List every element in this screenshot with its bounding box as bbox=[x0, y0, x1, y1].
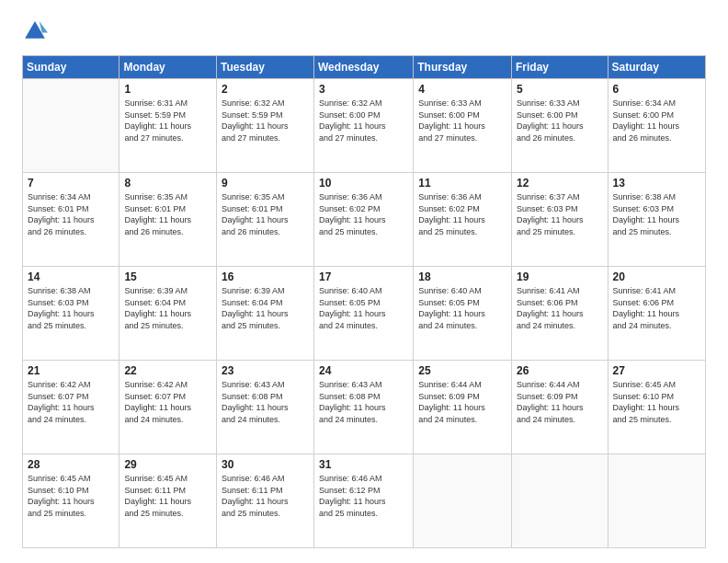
calendar-cell: 7Sunrise: 6:34 AM Sunset: 6:01 PM Daylig… bbox=[23, 173, 119, 267]
calendar-cell: 8Sunrise: 6:35 AM Sunset: 6:01 PM Daylig… bbox=[119, 173, 217, 267]
calendar-cell: 27Sunrise: 6:45 AM Sunset: 6:10 PM Dayli… bbox=[608, 361, 705, 454]
calendar-cell: 1Sunrise: 6:31 AM Sunset: 5:59 PM Daylig… bbox=[119, 79, 217, 173]
day-number: 16 bbox=[222, 270, 309, 283]
day-number: 19 bbox=[517, 270, 603, 283]
day-info: Sunrise: 6:40 AM Sunset: 6:05 PM Dayligh… bbox=[319, 285, 408, 331]
calendar-day-header: Wednesday bbox=[313, 56, 413, 79]
calendar-cell: 15Sunrise: 6:39 AM Sunset: 6:04 PM Dayli… bbox=[119, 267, 217, 361]
day-info: Sunrise: 6:37 AM Sunset: 6:03 PM Dayligh… bbox=[517, 191, 603, 237]
day-info: Sunrise: 6:38 AM Sunset: 6:03 PM Dayligh… bbox=[28, 285, 114, 331]
day-info: Sunrise: 6:38 AM Sunset: 6:03 PM Dayligh… bbox=[613, 191, 700, 237]
calendar-cell: 26Sunrise: 6:44 AM Sunset: 6:09 PM Dayli… bbox=[511, 361, 608, 454]
calendar-day-header: Tuesday bbox=[217, 56, 314, 79]
calendar-day-header: Thursday bbox=[414, 56, 512, 79]
calendar-cell: 4Sunrise: 6:33 AM Sunset: 6:00 PM Daylig… bbox=[414, 79, 512, 173]
day-number: 18 bbox=[418, 270, 506, 283]
calendar-week-row: 7Sunrise: 6:34 AM Sunset: 6:01 PM Daylig… bbox=[23, 173, 706, 267]
day-number: 23 bbox=[222, 364, 309, 377]
calendar-cell: 30Sunrise: 6:46 AM Sunset: 6:11 PM Dayli… bbox=[217, 454, 314, 548]
calendar-cell: 5Sunrise: 6:33 AM Sunset: 6:00 PM Daylig… bbox=[511, 79, 608, 173]
calendar-cell bbox=[23, 79, 119, 173]
day-number: 21 bbox=[28, 364, 114, 377]
day-number: 12 bbox=[517, 177, 603, 190]
day-info: Sunrise: 6:42 AM Sunset: 6:07 PM Dayligh… bbox=[28, 379, 114, 425]
day-info: Sunrise: 6:35 AM Sunset: 6:01 PM Dayligh… bbox=[124, 191, 211, 237]
calendar-cell: 12Sunrise: 6:37 AM Sunset: 6:03 PM Dayli… bbox=[511, 173, 608, 267]
calendar-cell: 17Sunrise: 6:40 AM Sunset: 6:05 PM Dayli… bbox=[313, 267, 413, 361]
calendar-cell: 22Sunrise: 6:42 AM Sunset: 6:07 PM Dayli… bbox=[119, 361, 217, 454]
calendar-cell: 13Sunrise: 6:38 AM Sunset: 6:03 PM Dayli… bbox=[608, 173, 705, 267]
day-number: 3 bbox=[319, 83, 408, 96]
day-info: Sunrise: 6:34 AM Sunset: 6:01 PM Dayligh… bbox=[28, 191, 114, 237]
day-number: 17 bbox=[319, 270, 408, 283]
day-number: 29 bbox=[124, 458, 211, 471]
day-number: 7 bbox=[28, 177, 114, 190]
day-info: Sunrise: 6:33 AM Sunset: 6:00 PM Dayligh… bbox=[517, 98, 603, 144]
day-info: Sunrise: 6:41 AM Sunset: 6:06 PM Dayligh… bbox=[517, 285, 603, 331]
calendar-day-header: Saturday bbox=[608, 56, 705, 79]
day-number: 20 bbox=[613, 270, 700, 283]
calendar-header-row: SundayMondayTuesdayWednesdayThursdayFrid… bbox=[23, 56, 706, 79]
calendar-cell: 14Sunrise: 6:38 AM Sunset: 6:03 PM Dayli… bbox=[23, 267, 119, 361]
day-number: 14 bbox=[28, 270, 114, 283]
day-number: 9 bbox=[222, 177, 309, 190]
day-info: Sunrise: 6:32 AM Sunset: 5:59 PM Dayligh… bbox=[222, 98, 309, 144]
calendar-cell: 31Sunrise: 6:46 AM Sunset: 6:12 PM Dayli… bbox=[313, 454, 413, 548]
day-info: Sunrise: 6:46 AM Sunset: 6:12 PM Dayligh… bbox=[319, 473, 408, 519]
day-number: 25 bbox=[418, 364, 506, 377]
day-number: 28 bbox=[28, 458, 114, 471]
calendar-table: SundayMondayTuesdayWednesdayThursdayFrid… bbox=[22, 55, 706, 548]
day-number: 10 bbox=[319, 177, 408, 190]
calendar-cell bbox=[511, 454, 608, 548]
day-info: Sunrise: 6:45 AM Sunset: 6:10 PM Dayligh… bbox=[28, 473, 114, 519]
calendar-day-header: Sunday bbox=[23, 56, 119, 79]
calendar-week-row: 1Sunrise: 6:31 AM Sunset: 5:59 PM Daylig… bbox=[23, 79, 706, 173]
calendar-cell: 11Sunrise: 6:36 AM Sunset: 6:02 PM Dayli… bbox=[414, 173, 512, 267]
calendar-cell: 10Sunrise: 6:36 AM Sunset: 6:02 PM Dayli… bbox=[313, 173, 413, 267]
calendar-cell: 2Sunrise: 6:32 AM Sunset: 5:59 PM Daylig… bbox=[217, 79, 314, 173]
day-info: Sunrise: 6:33 AM Sunset: 6:00 PM Dayligh… bbox=[418, 98, 506, 144]
calendar-cell bbox=[414, 454, 512, 548]
day-info: Sunrise: 6:40 AM Sunset: 6:05 PM Dayligh… bbox=[418, 285, 506, 331]
day-number: 5 bbox=[517, 83, 603, 96]
calendar-day-header: Monday bbox=[119, 56, 217, 79]
calendar-cell: 18Sunrise: 6:40 AM Sunset: 6:05 PM Dayli… bbox=[414, 267, 512, 361]
calendar-week-row: 21Sunrise: 6:42 AM Sunset: 6:07 PM Dayli… bbox=[23, 361, 706, 454]
day-info: Sunrise: 6:43 AM Sunset: 6:08 PM Dayligh… bbox=[319, 379, 408, 425]
day-info: Sunrise: 6:39 AM Sunset: 6:04 PM Dayligh… bbox=[124, 285, 211, 331]
calendar-cell: 21Sunrise: 6:42 AM Sunset: 6:07 PM Dayli… bbox=[23, 361, 119, 454]
calendar-cell: 19Sunrise: 6:41 AM Sunset: 6:06 PM Dayli… bbox=[511, 267, 608, 361]
day-number: 30 bbox=[222, 458, 309, 471]
calendar-cell: 3Sunrise: 6:32 AM Sunset: 6:00 PM Daylig… bbox=[313, 79, 413, 173]
day-info: Sunrise: 6:42 AM Sunset: 6:07 PM Dayligh… bbox=[124, 379, 211, 425]
calendar-week-row: 28Sunrise: 6:45 AM Sunset: 6:10 PM Dayli… bbox=[23, 454, 706, 548]
day-info: Sunrise: 6:43 AM Sunset: 6:08 PM Dayligh… bbox=[222, 379, 309, 425]
calendar-week-row: 14Sunrise: 6:38 AM Sunset: 6:03 PM Dayli… bbox=[23, 267, 706, 361]
day-number: 31 bbox=[319, 458, 408, 471]
calendar-cell: 6Sunrise: 6:34 AM Sunset: 6:00 PM Daylig… bbox=[608, 79, 705, 173]
day-number: 1 bbox=[124, 83, 211, 96]
calendar-cell: 9Sunrise: 6:35 AM Sunset: 6:01 PM Daylig… bbox=[217, 173, 314, 267]
day-info: Sunrise: 6:32 AM Sunset: 6:00 PM Dayligh… bbox=[319, 98, 408, 144]
calendar-cell: 29Sunrise: 6:45 AM Sunset: 6:11 PM Dayli… bbox=[119, 454, 217, 548]
day-number: 13 bbox=[613, 177, 700, 190]
day-number: 11 bbox=[418, 177, 506, 190]
calendar-cell: 28Sunrise: 6:45 AM Sunset: 6:10 PM Dayli… bbox=[23, 454, 119, 548]
day-info: Sunrise: 6:46 AM Sunset: 6:11 PM Dayligh… bbox=[222, 473, 309, 519]
day-number: 8 bbox=[124, 177, 211, 190]
day-number: 22 bbox=[124, 364, 211, 377]
header bbox=[22, 18, 706, 44]
day-info: Sunrise: 6:45 AM Sunset: 6:11 PM Dayligh… bbox=[124, 473, 211, 519]
day-number: 24 bbox=[319, 364, 408, 377]
logo-icon bbox=[22, 18, 48, 44]
day-info: Sunrise: 6:36 AM Sunset: 6:02 PM Dayligh… bbox=[418, 191, 506, 237]
day-info: Sunrise: 6:44 AM Sunset: 6:09 PM Dayligh… bbox=[517, 379, 603, 425]
day-info: Sunrise: 6:45 AM Sunset: 6:10 PM Dayligh… bbox=[613, 379, 700, 425]
day-number: 26 bbox=[517, 364, 603, 377]
calendar-cell: 23Sunrise: 6:43 AM Sunset: 6:08 PM Dayli… bbox=[217, 361, 314, 454]
day-info: Sunrise: 6:31 AM Sunset: 5:59 PM Dayligh… bbox=[124, 98, 211, 144]
day-number: 6 bbox=[613, 83, 700, 96]
calendar-cell bbox=[608, 454, 705, 548]
calendar-cell: 24Sunrise: 6:43 AM Sunset: 6:08 PM Dayli… bbox=[313, 361, 413, 454]
day-number: 27 bbox=[613, 364, 700, 377]
